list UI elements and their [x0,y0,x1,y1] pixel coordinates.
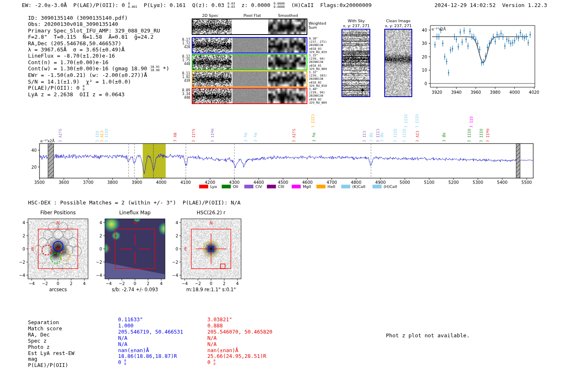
svg-text:40: 40 [31,148,37,153]
svg-text:5100: 5100 [424,180,434,185]
line-label-Hγ: Hγ { [244,133,248,142]
report-datetime-version: 2024-12-29 14:02:52 Version 1.22.3 [434,2,547,8]
line-label-Hγ: Hγ { [312,133,316,142]
match-table-value: N/A [118,341,128,348]
svg-text:4: 4 [236,281,239,286]
svg-text:20: 20 [422,55,427,59]
spec2d-cell [193,72,232,86]
lineflux-map-title: Lineflux Map [108,210,162,216]
match-table-value: 3.03821" [207,317,232,323]
svg-text:(K)CaII: (K)CaII [352,184,365,189]
sup-sub-stack: 00.001 [128,2,137,8]
line-label-CIII: CIII { [311,114,315,128]
svg-text:4000: 4000 [509,90,520,95]
svg-text:4: 4 [23,220,25,225]
svg-text:2: 2 [70,281,72,286]
svg-text:3900: 3900 [132,180,142,185]
svg-text:e⁻¹⁷x2Å: e⁻¹⁷x2Å [432,27,446,31]
line-label-CII: CII { [362,131,366,142]
hsc-cutout-image [181,219,241,279]
spec2d-cell [232,72,267,86]
line-label-HeII: HeII { [210,129,214,142]
line-label-OIII: OIII { [467,129,471,142]
spec2d-row-stats: 0.111.92439 [180,72,190,83]
sup-sub-stack: 00 [83,85,85,91]
spec2d-cell [193,88,232,103]
match-table-value: 18.86(18.86,18.87)R [118,353,177,360]
svg-text:4900: 4900 [375,180,386,185]
withsky-title: With Sky [342,19,371,23]
sup-sub-stack: 18.9118.90 [150,65,160,72]
sup-sub-stack: 0.030.03 [228,2,235,8]
svg-text:4200: 4200 [205,180,215,185]
svg-text:2: 2 [176,234,178,238]
info-line-6: λ = 3967.65Å σ = 3.65(±0.49)Å [28,46,169,53]
spec2d-col-header-1: 2D Spec [196,13,225,18]
svg-text:−2: −2 [172,260,178,264]
spec2d-row-stats: 0.171.72420 [180,38,190,49]
line-label-NV: NV { [173,133,177,142]
svg-text:4: 4 [83,281,86,286]
elixer-report-page: EW: -2.0±-3.0Å P(LAE)/P(OII): 0 00.001 P… [0,0,576,392]
svg-text:4300: 4300 [229,180,239,185]
line-label-Hβ: Hβ { [369,133,373,142]
svg-text:−4: −4 [106,281,112,286]
spec2d-cell [268,72,306,86]
svg-text:−4: −4 [182,281,188,286]
svg-text:4500: 4500 [278,180,288,185]
spec2d-cell [193,19,232,34]
match-table-value: 205.546719, 50.466531 [118,329,183,335]
svg-text:−2: −2 [42,281,48,286]
svg-text:4800: 4800 [351,180,361,185]
svg-text:CIII: CIII [278,184,284,189]
match-table-value: 0.11633" [118,317,143,323]
svg-text:0: 0 [425,81,427,86]
pixel-flat-empty [232,19,267,34]
photz-note: Phot z plot not available. [386,332,470,339]
weighted-sum-label: WeightedSum [309,21,326,30]
sup-sub-stack: 00 [214,359,216,365]
svg-text:Lyα: Lyα [210,184,217,189]
match-table-plae-value: 0 00 [118,360,126,366]
svg-text:3920: 3920 [432,90,442,95]
fiber-positions-xlabel: arcsecs [44,287,72,292]
spec2d-cell [232,88,267,103]
match-table-value: 0.888 [207,323,223,329]
svg-text:4020: 4020 [529,90,539,95]
withsky-image-frame [341,29,370,97]
lineflux-map-image [105,219,165,279]
clean-coords: x, y: 237, 271 [381,23,415,28]
match-table-value: 1.000 [118,323,134,329]
svg-text:−4: −4 [19,273,25,278]
match-table-value: nan(±nan)Å [207,348,238,354]
line-label-OIII: OIII { [404,114,408,128]
svg-text:0: 0 [134,281,136,286]
svg-text:10: 10 [422,68,427,72]
match-table-label: mag [28,356,37,362]
info-line-11: S/N = 14.1(±1.9) χ² = 1.0(±0.0) [28,79,169,85]
fiber-positions-image [28,219,88,279]
svg-text:CIV: CIV [255,184,262,189]
line-label-CIV: CIV { [415,131,419,142]
spec2d-col-header-3: Smoothed [274,13,302,18]
line-fit-plot: 392039403960398040004020010203040e⁻¹⁷x2Å [422,26,539,95]
line-label-SiIV: SiIV { [292,129,296,142]
spec2d-col-header-2: Pixel Flat [238,13,267,18]
line-label-OIII: OIII { [402,129,406,142]
spectrum-legend: LyαOIICIVCIIIMgIIHeII(K)CaII(H)CaII [199,184,397,189]
svg-text:5500: 5500 [521,180,532,185]
svg-text:5400: 5400 [497,180,507,185]
info-line-12: P(LAE)/P(OII): 0 00 [28,85,169,91]
match-table-value: N/A [118,335,128,341]
svg-text:2: 2 [23,234,25,238]
match-table-label: Separation [28,320,59,326]
spec2d-row-stats: 0.121.75440 [180,55,190,66]
svg-text:4700: 4700 [327,180,337,185]
line-label-OII: OII { [469,116,473,128]
svg-text:e⁻¹⁷x2Å: e⁻¹⁷x2Å [40,139,55,143]
svg-text:−2: −2 [96,260,102,264]
line-label-CIV: CIV { [100,131,104,142]
detection-info: ID: 3090135140 (3090135140.pdf)Obs: 2020… [28,15,169,98]
svg-text:3600: 3600 [58,180,69,185]
spec2d-cell [268,88,306,103]
